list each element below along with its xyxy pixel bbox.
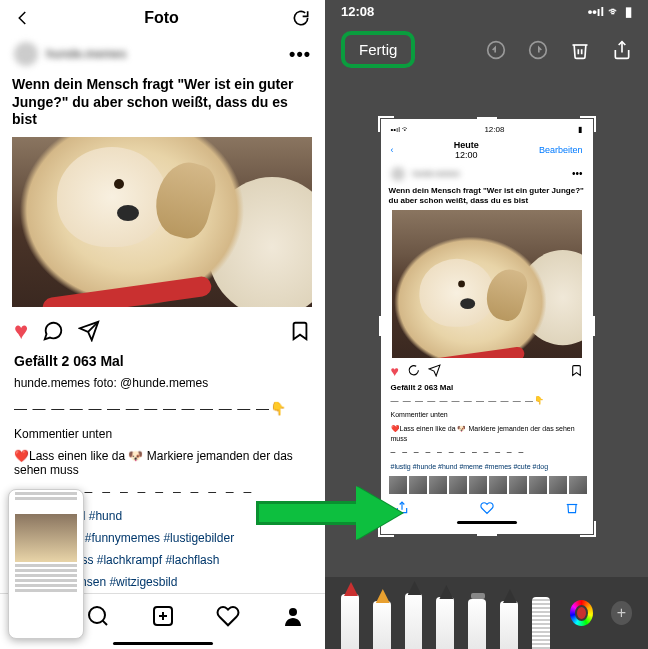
svg-line-3: [102, 621, 106, 625]
screenshot-thumbnail[interactable]: [8, 489, 84, 639]
photo-strip: [381, 473, 593, 497]
crop-handle-l[interactable]: [379, 316, 382, 336]
svg-marker-11: [429, 365, 440, 376]
trash-icon[interactable]: [570, 40, 590, 60]
comment-icon[interactable]: [42, 320, 64, 342]
brush-tool[interactable]: [500, 601, 518, 649]
bookmark-icon[interactable]: [289, 320, 311, 342]
mini-edit-label: Bearbeiten: [539, 145, 583, 155]
page-title: Foto: [144, 9, 179, 27]
comment-label: Kommentier unten: [0, 422, 325, 447]
svg-point-7: [289, 608, 297, 616]
battery-icon: ▮: [625, 4, 632, 19]
avatar: [14, 42, 38, 66]
like-icon[interactable]: ♥: [14, 317, 28, 345]
undo-icon[interactable]: [486, 40, 506, 60]
refresh-icon[interactable]: [291, 8, 311, 28]
redo-icon[interactable]: [528, 40, 548, 60]
search-icon[interactable]: [86, 604, 110, 628]
crop-handle-tr[interactable]: [580, 116, 596, 132]
divider-dashes: — — — — — — — — — — — — — —👇: [0, 396, 325, 422]
ruler-tool[interactable]: [532, 597, 550, 649]
author-line: hunde.memes foto: @hunde.memes: [0, 371, 325, 396]
back-icon[interactable]: [14, 9, 32, 27]
status-time: 12:08: [341, 4, 374, 19]
color-picker[interactable]: [570, 600, 593, 626]
signal-icon: ••ıl: [588, 4, 604, 19]
more-icon[interactable]: •••: [289, 44, 311, 65]
status-bar: 12:08 ••ılᯤ▮: [325, 0, 648, 23]
crop-handle-tl[interactable]: [378, 116, 394, 132]
post-caption: Wenn dein Mensch fragt "Wer ist ein gute…: [0, 72, 325, 133]
wifi-icon: ᯤ: [608, 4, 621, 19]
pen-tool[interactable]: [341, 594, 359, 649]
mini-heart-icon: [480, 501, 494, 515]
markup-tool-palette: +: [325, 577, 648, 649]
eraser-tool[interactable]: [436, 597, 454, 649]
like-tag-line: ❤️Lass einen like da 🐶 Markiere jemanden…: [0, 447, 325, 479]
tutorial-arrow: [256, 489, 406, 537]
activity-icon[interactable]: [216, 604, 240, 628]
likes-count[interactable]: Gefällt 2 063 Mal: [0, 351, 325, 371]
screenshot-preview[interactable]: ••ıl ᯤ12:08▮ ‹ Heute12:00 Bearbeiten hun…: [381, 119, 593, 534]
crop-handle-t[interactable]: [477, 117, 497, 120]
add-tool-button[interactable]: +: [611, 601, 632, 625]
home-indicator: [113, 642, 213, 645]
pencil-tool[interactable]: [405, 593, 423, 649]
svg-point-2: [89, 607, 105, 623]
add-post-icon[interactable]: [151, 604, 175, 628]
crop-handle-b[interactable]: [477, 533, 497, 536]
markup-editor: 12:08 ••ılᯤ▮ Fertig ••ıl ᯤ12:08: [325, 0, 648, 649]
mini-home-indicator: [457, 521, 517, 524]
post-photo[interactable]: [12, 137, 312, 308]
instagram-view: Foto hunde.memes ••• Wenn dein Mensch fr…: [0, 0, 325, 649]
share-icon[interactable]: [612, 40, 632, 60]
done-button[interactable]: Fertig: [341, 31, 415, 68]
lasso-tool[interactable]: [468, 599, 486, 649]
crop-handle-r[interactable]: [592, 316, 595, 336]
profile-icon[interactable]: [281, 604, 305, 628]
share-icon[interactable]: [78, 320, 100, 342]
mini-trash-icon: [565, 501, 579, 515]
crop-handle-br[interactable]: [580, 521, 596, 537]
marker-tool[interactable]: [373, 601, 391, 649]
user-info-blurred: hunde.memes: [14, 42, 127, 66]
